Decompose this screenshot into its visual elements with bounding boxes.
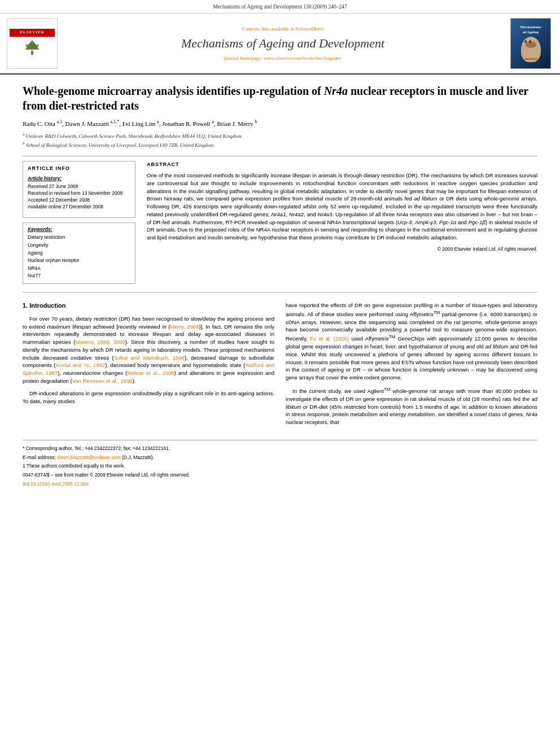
svg-point-3 xyxy=(25,44,28,47)
ref-masoro[interactable]: Masoro, 1988, 2000 xyxy=(76,339,125,345)
online-date: Available online 27 December 2008 xyxy=(28,204,103,209)
ref-fu[interactable]: Fu et al. (2006) xyxy=(310,335,349,342)
abstract-col: ABSTRACT One of the most conserved metho… xyxy=(147,161,537,284)
title-part1: Whole-genome microarray analysis identif… xyxy=(23,85,324,97)
body-columns: 1. Introduction For over 70 years, dieta… xyxy=(23,302,537,431)
elsevier-logo: ELSEVIER xyxy=(7,18,58,69)
svg-point-4 xyxy=(36,44,39,47)
citation-text: Mechanisms of Ageing and Development 130… xyxy=(213,4,347,10)
elsevier-logo-image xyxy=(20,37,45,58)
journal-center: Contents lists available at ScienceDirec… xyxy=(63,18,502,69)
ref-merry-2005[interactable]: Merry, 2005 xyxy=(170,324,199,330)
journal-cover: Mechanismsof Ageing xyxy=(508,18,553,69)
keyword-2: Longevity xyxy=(28,242,48,248)
copyright-text: © 2009 Elsevier Ireland Ltd. All rights … xyxy=(147,246,537,253)
ref-sohal[interactable]: Sohal and Weindruch, 1996 xyxy=(114,355,185,361)
keywords-title: Keywords: xyxy=(28,226,130,233)
corresponding-author-note: * Corresponding author. Tel.: +44 234222… xyxy=(23,445,170,451)
footnote-email: E-mail address: Dawn.Mazzatti@unilever.c… xyxy=(23,454,537,461)
abstract-title: ABSTRACT xyxy=(147,161,537,168)
keyword-3: Ageing xyxy=(28,250,42,256)
history-title: Article history: xyxy=(28,176,130,182)
article-info-title: ARTICLE INFO xyxy=(28,165,130,172)
divider-1 xyxy=(23,156,537,156)
affiliations: a Unilever R&D Colworth, Colworth Scienc… xyxy=(23,132,537,149)
affiliation-a: Unilever R&D Colworth, Colworth Science … xyxy=(26,133,242,139)
left-info-col: ARTICLE INFO Article history: Received 2… xyxy=(23,161,135,284)
svg-rect-0 xyxy=(31,51,33,55)
top-bar: Mechanisms of Ageing and Development 130… xyxy=(0,0,560,14)
divider-2 xyxy=(23,292,537,292)
intro-para-2: DR-induced alterations in gene expressio… xyxy=(23,390,274,405)
journal-homepage: journal homepage: www.elsevier.com/locat… xyxy=(224,55,341,62)
info-abstract-columns: ARTICLE INFO Article history: Received 2… xyxy=(23,161,537,284)
sciencedirect-prefix: Contents lists available at xyxy=(242,26,294,32)
ref-kristal[interactable]: Kristal and Yu, 1992 xyxy=(56,362,106,368)
body-left-col: 1. Introduction For over 70 years, dieta… xyxy=(23,302,274,431)
ref-vanremmen[interactable]: Van Remmen et al., 1996 xyxy=(72,378,133,384)
section-1-heading: 1. Introduction xyxy=(23,302,274,311)
footnote-license: 0047-6374/$ – see front matter © 2009 El… xyxy=(23,471,537,479)
history-body: Received 27 June 2008 Received in revise… xyxy=(28,184,130,211)
footnote-equal-contrib: 1 These authors contributed equally to t… xyxy=(23,462,537,470)
keyword-4: Nuclear orphan receptor xyxy=(28,257,80,263)
intro-para-1: For over 70 years, dietary restriction (… xyxy=(23,315,274,385)
email-address[interactable]: Dawn.Mazzatti@unilever.com xyxy=(57,455,120,460)
keyword-6: Nur77 xyxy=(28,273,41,278)
article-history-section: Article history: Received 27 June 2008 R… xyxy=(28,176,130,210)
cover-title-text: Mechanismsof Ageing xyxy=(520,25,541,34)
keyword-1: Dietary restriction xyxy=(28,234,65,240)
article-info-box: ARTICLE INFO Article history: Received 2… xyxy=(23,161,135,217)
ref-nelson[interactable]: Nelson et al., 1995 xyxy=(127,370,174,376)
email-suffix: (D.J. Mazzatti). xyxy=(122,455,154,460)
svg-point-5 xyxy=(31,40,33,42)
body-right-col: have reported the effects of DR on gene … xyxy=(286,302,537,431)
revised-date: Received in revised form 13 November 200… xyxy=(28,190,123,196)
article-title: Whole-genome microarray analysis identif… xyxy=(23,84,537,113)
received-date: Received 27 June 2008 xyxy=(28,184,78,189)
keywords-list: Dietary restriction Longevity Ageing Nuc… xyxy=(28,234,130,280)
journal-header: ELSEVIER Contents lists available at xyxy=(0,14,560,75)
footnote-star: * Corresponding author. Tel.: +44 234222… xyxy=(23,445,537,452)
homepage-text: journal homepage: www.elsevier.com/locat… xyxy=(224,55,341,61)
keywords-box: Keywords: Dietary restriction Longevity … xyxy=(23,222,135,284)
keyword-5: NR4A xyxy=(28,265,41,271)
right-para-1: have reported the effects of DR on gene … xyxy=(286,302,537,382)
sciencedirect-line: Contents lists available at ScienceDirec… xyxy=(242,25,324,33)
authors-line: Radu C. Oita a,1, Dawn J. Mazzatti a,1,*… xyxy=(23,119,537,128)
cover-portrait xyxy=(521,37,541,62)
elsevier-label: ELSEVIER xyxy=(10,29,55,37)
footnote-doi[interactable]: doi:10.1016/j.mad.2008.12.004 xyxy=(23,480,537,488)
abstract-text: One of the most conserved methods to sig… xyxy=(147,172,537,242)
right-para-2: In the current study, we used AgilentTM … xyxy=(286,386,537,426)
sciencedirect-link-text[interactable]: ScienceDirect xyxy=(295,26,323,32)
title-italic: Nr4a xyxy=(324,85,348,97)
main-content: Whole-genome microarray analysis identif… xyxy=(0,75,560,500)
elsevier-tree-icon xyxy=(21,39,43,56)
affiliation-b: School of Biological Sciences, Universit… xyxy=(26,142,213,148)
page: Mechanisms of Ageing and Development 130… xyxy=(0,0,560,747)
journal-title-header: Mechanisms of Ageing and Development xyxy=(181,35,384,53)
footnotes: * Corresponding author. Tel.: +44 234222… xyxy=(23,440,537,488)
email-label: E-mail address: xyxy=(23,455,56,460)
cover-image: Mechanismsof Ageing xyxy=(510,18,551,69)
accepted-date: Accepted 12 December 2008 xyxy=(28,197,90,203)
